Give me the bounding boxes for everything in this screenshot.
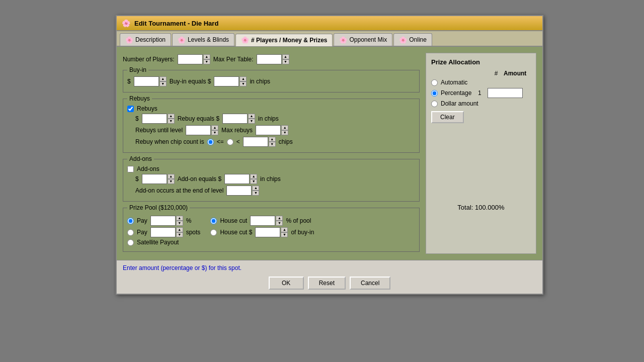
percentage-radio[interactable] (431, 90, 438, 97)
pay1-down[interactable]: ▼ (176, 221, 183, 226)
players-down[interactable]: ▼ (203, 59, 210, 64)
ok-button[interactable]: OK (269, 277, 304, 290)
rebuys-dollar-input[interactable]: 50000 (142, 114, 167, 124)
buyin-title: Buy-in (127, 66, 148, 73)
edit-tournament-dialog: 🌸 Edit Tournament - Die Hard 🌸 Descripti… (116, 15, 543, 295)
addons-chips-up[interactable]: ▲ (250, 174, 257, 179)
pay2-unit-label: spots (186, 229, 201, 236)
pay2-down[interactable]: ▼ (176, 232, 183, 237)
house-cut-pct-spinner[interactable]: 0 ▲ ▼ (250, 216, 283, 226)
players-up[interactable]: ▲ (203, 54, 210, 59)
pay1-radio[interactable] (127, 218, 134, 224)
rebuys-chips-up[interactable]: ▲ (248, 114, 255, 119)
house-cut-dollar-input[interactable]: 0 (255, 227, 280, 237)
addons-dollar-spinbtns: ▲ ▼ (168, 174, 175, 184)
rebuys-lte-radio[interactable] (207, 139, 214, 145)
rebuys-max-spinner[interactable]: 1 ▲ ▼ (256, 125, 288, 135)
buyin-dollar-spinner[interactable]: 20000 ▲ ▼ (134, 76, 167, 86)
rebuys-chip-up[interactable]: ▲ (269, 137, 276, 142)
tab-description[interactable]: 🌸 Description (120, 33, 171, 46)
rebuys-level-input[interactable]: 10 (186, 125, 211, 135)
tab-levels[interactable]: 🌸 Levels & Blinds (172, 33, 234, 46)
buyin-dollar-up[interactable]: ▲ (159, 76, 167, 81)
pay2-label: Pay (137, 229, 147, 236)
max-per-table-input[interactable]: 6 (257, 54, 282, 64)
rebuys-chips-spinner[interactable]: 50000 ▲ ▼ (222, 114, 255, 124)
house-cut-pct-up[interactable]: ▲ (276, 216, 283, 221)
pay2-input[interactable]: 2 (150, 227, 176, 237)
max-per-table-up[interactable]: ▲ (282, 54, 289, 59)
addons-dollar-up[interactable]: ▲ (168, 174, 175, 179)
rebuys-max-up[interactable]: ▲ (281, 125, 288, 130)
addons-chips-spinner[interactable]: 500 ▲ ▼ (224, 174, 257, 184)
rebuys-dollar-spinner[interactable]: 50000 ▲ ▼ (142, 114, 175, 124)
addons-level-input[interactable]: 3 (226, 186, 252, 196)
rebuys-chip-down[interactable]: ▼ (269, 142, 276, 147)
house-cut-pct-radio[interactable] (210, 218, 217, 224)
prize-row-value[interactable]: 100% (488, 88, 523, 98)
cancel-button[interactable]: Cancel (350, 277, 390, 290)
house-cut-pct-label: House cut (220, 217, 247, 224)
prize-pool-right: House cut 0 ▲ ▼ % of pool (210, 214, 314, 247)
rebuys-chip-spinner[interactable]: 9999 ▲ ▼ (243, 137, 276, 147)
buyin-dollar-down[interactable]: ▼ (159, 81, 167, 86)
pay2-up[interactable]: ▲ (176, 227, 183, 232)
addons-dollar-input[interactable]: 100 (142, 174, 167, 184)
players-input[interactable]: 6 (178, 54, 203, 64)
buyin-chips-spinner[interactable]: 20000 ▲ ▼ (214, 76, 247, 86)
dollar-amount-radio[interactable] (431, 101, 438, 107)
tab-opponent[interactable]: 🌸 Opponent Mix (334, 33, 392, 46)
rebuys-checkbox[interactable] (127, 106, 134, 112)
rebuys-lt-radio[interactable] (227, 139, 233, 145)
house-cut-pct-down[interactable]: ▼ (276, 221, 283, 226)
bottom-bar: Enter amount (percentage or $) for this … (117, 260, 542, 294)
automatic-radio[interactable] (431, 79, 438, 86)
buyin-chips-input[interactable]: 20000 (214, 76, 239, 86)
buyin-dollar-input[interactable]: 20000 (134, 76, 159, 86)
rebuys-level-row: Rebuys until level 10 ▲ ▼ Max rebuys 1 (127, 125, 415, 135)
addons-dollar-down[interactable]: ▼ (168, 179, 175, 184)
house-cut-dollar-down[interactable]: ▼ (281, 232, 288, 237)
addons-dollar-spinner[interactable]: 100 ▲ ▼ (142, 174, 175, 184)
house-cut-dollar-up[interactable]: ▲ (281, 227, 288, 232)
rebuys-level-spinner[interactable]: 10 ▲ ▼ (186, 125, 218, 135)
addons-level-spinner[interactable]: 3 ▲ ▼ (226, 186, 259, 196)
dialog-icon: 🌸 (122, 19, 130, 27)
pay2-spinner[interactable]: 2 ▲ ▼ (150, 227, 183, 237)
rebuys-amount-row: $ 50000 ▲ ▼ Rebuy equals $ 50000 (127, 114, 415, 124)
pay1-up[interactable]: ▲ (176, 216, 183, 221)
reset-button[interactable]: Reset (308, 277, 346, 290)
players-spinner[interactable]: 6 ▲ ▼ (178, 54, 210, 64)
addons-level-up[interactable]: ▲ (252, 186, 259, 191)
prize-col-amount: Amount (504, 70, 526, 77)
house-cut-pct-input[interactable]: 0 (250, 216, 275, 226)
rebuys-chips-down[interactable]: ▼ (248, 119, 255, 124)
rebuys-level-down[interactable]: ▼ (211, 130, 218, 135)
rebuys-max-input[interactable]: 1 (256, 125, 281, 135)
prize-pool-group: Prize Pool ($120,000) Pay 1 ▲ (123, 208, 420, 252)
max-per-table-spinner[interactable]: 6 ▲ ▼ (257, 54, 289, 64)
house-cut-dollar-radio[interactable] (210, 229, 217, 236)
pay1-spinner[interactable]: 1 ▲ ▼ (150, 216, 183, 226)
rebuys-chips-input[interactable]: 50000 (222, 114, 248, 124)
tab-players[interactable]: 🌸 # Players / Money & Prizes (235, 34, 333, 46)
clear-button[interactable]: Clear (431, 111, 464, 123)
buyin-chips-up[interactable]: ▲ (239, 76, 247, 81)
rebuys-dollar-down[interactable]: ▼ (168, 119, 175, 124)
addons-level-down[interactable]: ▼ (252, 191, 259, 196)
pay1-input[interactable]: 1 (150, 216, 176, 226)
rebuys-dollar-up[interactable]: ▲ (168, 114, 175, 119)
rebuys-equals-label: Rebuy equals $ (178, 115, 219, 122)
rebuys-level-up[interactable]: ▲ (211, 125, 218, 130)
rebuys-chip-input[interactable]: 9999 (243, 137, 268, 147)
addons-chips-input[interactable]: 500 (224, 174, 250, 184)
pay2-radio[interactable] (127, 229, 134, 236)
rebuys-max-down[interactable]: ▼ (281, 130, 288, 135)
max-per-table-down[interactable]: ▼ (282, 59, 289, 64)
tab-online[interactable]: 🌸 Online (393, 33, 432, 46)
house-cut-dollar-spinner[interactable]: 0 ▲ ▼ (255, 227, 288, 237)
satellite-radio[interactable] (127, 239, 134, 246)
buyin-chips-down[interactable]: ▼ (239, 81, 247, 86)
addons-checkbox[interactable] (127, 166, 134, 172)
addons-chips-down[interactable]: ▼ (250, 179, 257, 184)
